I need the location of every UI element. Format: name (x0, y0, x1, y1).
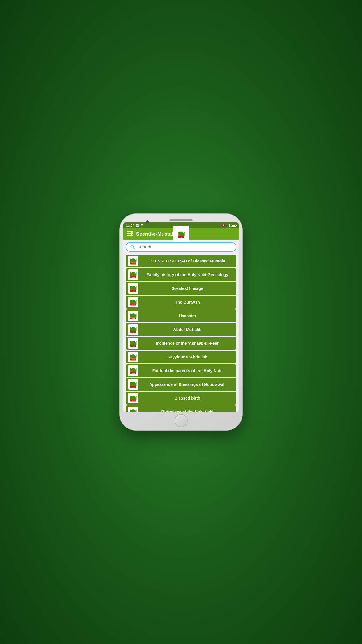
item-icon-7: سیرت (128, 338, 138, 349)
item-icon-4: سیرت (128, 297, 138, 307)
svg-point-22 (136, 259, 137, 260)
svg-rect-99 (131, 384, 136, 386)
list-item[interactable]: سیرت Blessed birth (126, 392, 236, 405)
battery-icon (231, 224, 236, 227)
svg-point-112 (136, 396, 137, 397)
item-icon-2: سیرت (128, 270, 138, 280)
list-item[interactable]: سیرت Greatest lineage (126, 282, 236, 295)
item-icon-10: سیرت (128, 379, 138, 390)
list-item[interactable]: سیرت Family history of the Holy Nabi Gen… (126, 268, 236, 281)
menu-button[interactable] (127, 231, 133, 237)
svg-point-31 (136, 272, 137, 274)
item-icon-1: سیرت (128, 256, 138, 266)
image-icon: 🖼 (136, 224, 139, 227)
list-item[interactable]: سیرت Incidence of the 'Ashaab-ul-Feel' (126, 337, 236, 350)
item-text-4: The Quraysh (141, 300, 234, 305)
item-icon-8: سیرت (128, 352, 138, 362)
svg-point-103 (136, 382, 137, 384)
svg-text:سیرت: سیرت (132, 290, 135, 292)
item-icon-9: سیرت (128, 365, 138, 376)
svg-rect-45 (131, 302, 136, 304)
list-item[interactable]: سیرت The Quraysh (126, 296, 236, 309)
svg-text:سیرت: سیرت (132, 345, 135, 346)
svg-point-121 (136, 410, 137, 411)
phone-speaker (169, 219, 193, 221)
item-text-3: Greatest lineage (141, 286, 234, 291)
svg-rect-18 (131, 260, 136, 262)
item-text-2: Family history of the Holy Nabi Genealog… (141, 272, 234, 277)
item-icon-5: سیرت (128, 311, 138, 321)
svg-point-76 (136, 341, 137, 342)
status-time: 11:57 (126, 224, 134, 227)
svg-rect-54 (131, 315, 136, 317)
svg-rect-63 (131, 329, 136, 331)
svg-text:سیرت: سیرت (132, 373, 135, 374)
svg-point-94 (136, 368, 137, 370)
home-button[interactable] (175, 414, 188, 427)
search-bar[interactable] (126, 242, 236, 252)
svg-point-119 (130, 410, 131, 411)
svg-point-85 (136, 355, 137, 356)
svg-point-110 (130, 396, 131, 397)
settings-icon: ⚙ (140, 223, 143, 227)
svg-point-20 (130, 259, 131, 260)
svg-rect-27 (131, 274, 136, 276)
svg-point-67 (136, 327, 137, 329)
list-item[interactable]: سیرت BLESSED SEERAH of Blessed Mustafa (126, 255, 236, 267)
svg-point-47 (130, 300, 131, 301)
list-item[interactable]: سیرت Faith of the parents of the Holy Na… (126, 364, 236, 377)
svg-point-58 (136, 314, 137, 315)
svg-point-65 (130, 327, 131, 329)
svg-point-101 (130, 382, 131, 384)
status-right: 🔇 (222, 223, 236, 227)
svg-point-74 (130, 341, 131, 342)
item-text-12: Birthplace of the Holy Nabi (141, 409, 234, 412)
item-text-8: Sayyiduna 'Abdullah (141, 354, 234, 360)
item-text-6: Abdul Muttalib (141, 327, 234, 332)
phone-camera (146, 220, 149, 223)
svg-text:سیرت: سیرت (180, 236, 183, 237)
svg-rect-2 (127, 235, 133, 236)
search-input[interactable] (137, 244, 232, 249)
svg-point-38 (130, 286, 131, 288)
app-logo: ☪ سیرت (173, 226, 189, 242)
search-icon (130, 245, 135, 249)
item-icon-6: سیرت (128, 324, 138, 335)
item-text-9: Faith of the parents of the Holy Nabi (141, 368, 234, 373)
svg-point-92 (130, 368, 131, 370)
svg-point-83 (130, 355, 131, 356)
svg-point-40 (136, 286, 137, 288)
svg-rect-36 (131, 288, 136, 290)
phone-frame: 11:57 🖼 ⚙ 🔇 (120, 214, 242, 430)
svg-rect-0 (127, 231, 133, 232)
svg-rect-72 (131, 343, 136, 345)
svg-rect-108 (131, 398, 136, 400)
list-item[interactable]: سیرت Appearance of Blessings of Nubuwwah (126, 378, 236, 391)
list-item[interactable]: سیرت Haashim (126, 309, 236, 322)
signal-icon (227, 224, 230, 227)
phone-screen: 11:57 🖼 ⚙ 🔇 (123, 222, 239, 412)
list-item[interactable]: سیرت Abdul Muttalib (126, 323, 236, 336)
mute-icon: 🔇 (222, 223, 226, 227)
svg-text:سیرت: سیرت (132, 263, 135, 264)
list-item[interactable]: سیرت Birthplace of the Holy Nabi (126, 405, 236, 412)
status-left: 11:57 🖼 ⚙ (126, 223, 143, 227)
svg-rect-117 (131, 411, 136, 412)
svg-text:سیرت: سیرت (132, 386, 135, 388)
svg-text:سیرت: سیرت (132, 318, 135, 319)
item-icon-11: سیرت (128, 393, 138, 403)
item-text-5: Haashim (141, 313, 234, 318)
list-item[interactable]: سیرت Sayyiduna 'Abdullah (126, 351, 236, 363)
svg-text:سیرت: سیرت (132, 332, 135, 333)
svg-rect-90 (131, 370, 136, 372)
svg-text:سیرت: سیرت (132, 359, 135, 360)
svg-point-10 (184, 232, 185, 233)
svg-text:سیرت: سیرت (132, 304, 135, 305)
item-text-11: Blessed birth (141, 396, 234, 401)
item-text-10: Appearance of Blessings of Nubuwwah (141, 382, 234, 387)
svg-text:سیرت: سیرت (132, 400, 135, 401)
svg-text:سیرت: سیرت (132, 277, 135, 278)
item-icon-12: سیرت (128, 407, 138, 412)
item-text-1: BLESSED SEERAH of Blessed Mustafa (141, 258, 234, 264)
svg-line-15 (133, 248, 135, 249)
